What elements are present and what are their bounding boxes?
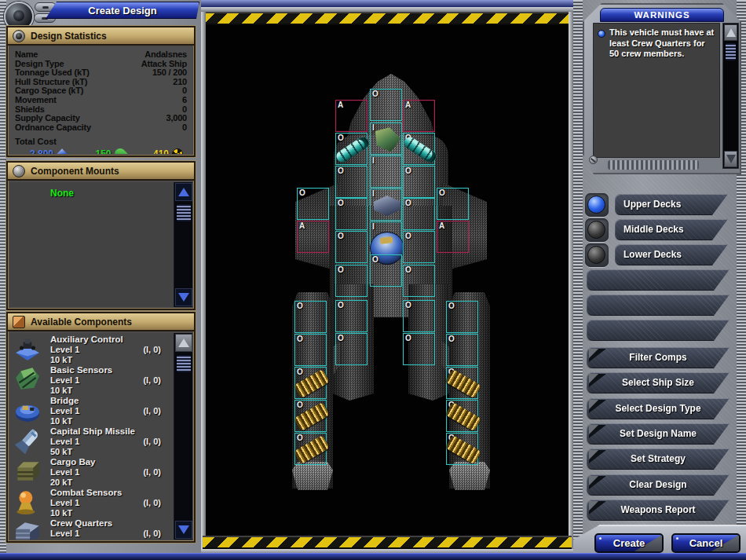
total-cost-label: Total Cost [9, 132, 192, 146]
slot-letter: O [338, 334, 344, 342]
right-panel-column: WARNINGS This vehicle must have at least… [573, 0, 746, 560]
component-item-basic-sensors[interactable]: Basic SensorsLevel 110 kT(I, 0) [9, 364, 170, 395]
scroll-up-icon[interactable] [175, 183, 192, 201]
button-upper-decks[interactable]: Upper Decks [615, 194, 728, 215]
ship-slot-o[interactable]: O [335, 198, 368, 230]
scroll-down-icon[interactable] [175, 521, 192, 539]
button-empty-slot-2[interactable] [587, 295, 730, 316]
mounts-scrollbar[interactable] [174, 182, 192, 307]
component-level: Level 1 [50, 406, 79, 416]
screw-icon [589, 156, 598, 164]
cost-amount: 410 [153, 148, 169, 154]
ship-slot-a[interactable]: A [403, 100, 435, 132]
organics-icon [112, 146, 128, 154]
button-create[interactable]: Create [594, 533, 664, 553]
ship-slot-a[interactable]: A [297, 221, 329, 253]
button-filter-comps[interactable]: Filter Comps [587, 347, 730, 368]
ship-slot-o[interactable]: O [403, 166, 435, 198]
button-cancel[interactable]: Cancel [671, 533, 741, 553]
slot-letter: I [372, 189, 375, 198]
ship-slot-o[interactable]: O [446, 400, 478, 432]
ship-slot-o[interactable]: O [446, 433, 478, 465]
stat-value: 6 [182, 96, 187, 105]
ship-slot-o[interactable]: O [335, 265, 368, 297]
ship-slot-o[interactable]: O [294, 400, 327, 432]
ship-slot-i[interactable]: I [370, 123, 402, 155]
scroll-down-icon[interactable] [724, 151, 737, 167]
deck-radio-lower[interactable] [585, 243, 609, 267]
ship-slot-o[interactable]: O [403, 300, 435, 332]
slot-letter: O [448, 335, 455, 343]
warning-message: This vehicle must have at least Crew Qua… [609, 27, 716, 60]
slot-letter: O [338, 232, 344, 240]
deck-radio-upper[interactable] [585, 193, 609, 217]
ship-slot-i[interactable]: I [370, 221, 402, 254]
ship-slot-o[interactable]: O [335, 231, 368, 263]
button-clear-design[interactable]: Clear Design [587, 474, 730, 496]
ship-slot-o[interactable]: O [446, 334, 478, 366]
deck-layout-field[interactable]: OAAIOOIOOOOIOOAAIOOOOOOOOOOOOOOOOOOO [206, 25, 569, 536]
button-select-ship-size[interactable]: Select Ship Size [587, 372, 730, 393]
scroll-thumb[interactable] [725, 42, 737, 61]
ship-slot-o[interactable]: O [294, 367, 327, 399]
ship-slot-o[interactable]: O [446, 301, 478, 333]
ship-slot-o[interactable]: O [335, 300, 368, 332]
ship-slot-o[interactable]: O [335, 333, 368, 365]
view-top-trim [201, 0, 573, 7]
ship-slot-o[interactable]: O [297, 188, 329, 220]
ship-slot-o[interactable]: O [437, 188, 469, 220]
button-lower-decks[interactable]: Lower Decks [615, 244, 728, 265]
ship-slot-o[interactable]: O [403, 198, 435, 230]
ship-slot-o[interactable]: O [335, 133, 368, 165]
scroll-thumb[interactable] [176, 354, 192, 373]
ship-slot-o[interactable]: O [335, 166, 368, 198]
component-stats: (I, 0) [143, 529, 161, 538]
warnings-scrollbar[interactable] [722, 23, 739, 169]
mount-rivet-icon [13, 165, 25, 178]
ship-slot-o[interactable]: O [294, 433, 327, 465]
ship-slot-o[interactable]: O [403, 133, 435, 165]
component-item-capital-ship-missile[interactable]: Capital Ship MissileLevel 150 kT(I, 0) [9, 426, 170, 456]
left-panel-column: Create Design Design Statistics NameAnda… [0, 0, 201, 560]
slot-letter: A [299, 221, 305, 230]
ship-slot-o[interactable]: O [403, 231, 435, 263]
scroll-down-icon[interactable] [175, 288, 192, 306]
warning-bullet-icon [598, 30, 605, 38]
ship-slot-o[interactable]: O [403, 265, 435, 297]
button-empty-slot-1[interactable] [587, 269, 730, 291]
stat-row: Ordnance Capacity0 [15, 123, 187, 133]
button-select-design-type[interactable]: Select Design Type [587, 398, 730, 419]
component-item-combat-sensors[interactable]: Combat SensorsLevel 110 kT(I, 0) [9, 487, 170, 518]
button-empty-slot-3[interactable] [587, 320, 730, 341]
ship-slot-o[interactable]: O [370, 254, 402, 287]
ship-slot-o[interactable]: O [294, 301, 327, 333]
hazard-stripe-top [203, 12, 572, 25]
ship-slot-i[interactable]: I [370, 156, 402, 188]
ship-slot-o[interactable]: O [294, 334, 327, 366]
components-scrollbar[interactable] [174, 333, 192, 540]
deck-radio-middle[interactable] [585, 218, 609, 242]
ship-slot-i[interactable]: I [370, 188, 402, 221]
ship-slot-a[interactable]: A [335, 100, 368, 132]
radio-icon [587, 246, 605, 264]
component-item-cargo-bay[interactable]: Cargo BayLevel 120 kT(I, 0) [9, 456, 170, 487]
component-name: Combat Sensors [50, 488, 122, 498]
slot-letter: O [299, 188, 305, 197]
ship-slot-a[interactable]: A [437, 221, 469, 253]
button-middle-decks[interactable]: Middle Decks [615, 219, 728, 240]
button-set-strategy[interactable]: Set Strategy [587, 448, 730, 470]
scroll-thumb[interactable] [176, 203, 192, 222]
scroll-up-icon[interactable] [724, 24, 737, 41]
radio-icon [587, 221, 605, 239]
component-item-bridge[interactable]: BridgeLevel 110 kT(I, 0) [9, 395, 170, 426]
button-set-design-name[interactable]: Set Design Name [587, 423, 730, 445]
mounts-none-label: None [50, 188, 74, 199]
ship-slot-o[interactable]: O [370, 89, 402, 121]
ship-slot-o[interactable]: O [403, 333, 435, 365]
component-item-crew-quarters[interactable]: Crew QuartersLevel 110 kT(I, 0) [9, 518, 170, 540]
component-size: 10 kT [50, 355, 123, 365]
ship-slot-o[interactable]: O [446, 367, 478, 399]
button-weapons-report[interactable]: Weapons Report [587, 500, 730, 521]
component-item-auxiliary-control[interactable]: Auxiliary ControlLevel 110 kT(I, 0) [9, 334, 170, 364]
scroll-up-icon[interactable] [175, 334, 192, 352]
